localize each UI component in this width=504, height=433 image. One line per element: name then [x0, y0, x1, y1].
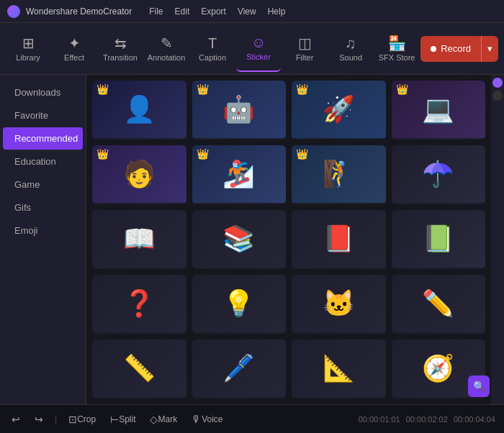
sidebar-item-favorite[interactable]: Favorite [3, 104, 83, 127]
timestamp-2: 00:00:02:02 [406, 415, 448, 424]
sticker-item-metaverse7[interactable]: 👑🚀Metaverse Illustrations 7 [292, 81, 386, 140]
right-panel-btn-purple[interactable] [492, 78, 503, 88]
record-main-button[interactable]: Record [420, 36, 481, 62]
sticker-item-pen[interactable]: 🖊️Pen container [192, 339, 287, 398]
sticker-item-tape[interactable]: 📏Tape measure [92, 339, 186, 398]
undo-icon: ↩ [12, 414, 20, 425]
crown-icon: 👑 [396, 83, 408, 95]
menu-export[interactable]: Export [201, 6, 226, 17]
sticker-item-metaverse5[interactable]: 👑🧗Metaverse Illustrations 5 [292, 145, 386, 204]
menu-file[interactable]: File [149, 6, 163, 17]
sticker-emoji: 💻 [422, 96, 454, 122]
sticker-emoji: 📏 [123, 355, 156, 381]
crown-icon: 👑 [96, 148, 109, 160]
tool-sound[interactable]: ♫ Sound [328, 26, 373, 72]
sticker-emoji: 🤖 [222, 96, 255, 122]
sticker-item-land[interactable]: ☂️Land [392, 145, 486, 204]
redo-button[interactable]: ↪ [32, 411, 46, 428]
annotation-icon: ✎ [161, 36, 173, 50]
voice-button[interactable]: 🎙 Voice [189, 411, 225, 428]
title-bar: Wondershare DemoCreator File Edit Export… [0, 0, 504, 23]
sticker-label: Metaverse Illustrations 6 [92, 138, 186, 140]
sticker-item-metaverse4[interactable]: 👑💻Metaverse Illustrations 4 [392, 81, 486, 140]
split-icon: ⊢ [110, 414, 119, 425]
crop-button[interactable]: ⊡ Crop [66, 411, 99, 428]
timeline-bar: ↩ ↪ | ⊡ Crop ⊢ Split ◇ Mark 🎙 Voice 00:0… [0, 404, 504, 433]
sticker-emoji: 🧗 [323, 161, 355, 187]
sticker-label: Metaverse Illustrations 3 [192, 138, 287, 140]
sticker-label: Book 3 [192, 268, 287, 269]
tool-library[interactable]: ⊞ Library [6, 26, 50, 72]
tool-transition[interactable]: ⇆ Transition [98, 26, 143, 72]
sticker-label: Land [392, 203, 486, 204]
sticker-item-metaverse3[interactable]: 👑🤖Metaverse Illustrations 3 [192, 81, 287, 140]
sticker-emoji: 🧑 [123, 161, 156, 187]
crown-icon: 👑 [296, 83, 308, 95]
record-caret-button[interactable]: ▾ [481, 36, 498, 62]
tool-sfx[interactable]: 🏪 SFX Store [374, 26, 419, 72]
crown-icon: 👑 [296, 148, 308, 160]
sticker-label: Compasses [392, 397, 486, 398]
tool-annotation-label: Annotation [148, 53, 186, 62]
sticker-item-pencil[interactable]: ✏️Pencil sharpener [392, 275, 486, 334]
sticker-emoji: ✏️ [422, 291, 454, 316]
undo-button[interactable]: ↩ [9, 411, 23, 428]
sticker-item-puppy[interactable]: 🐱Puppy [292, 275, 386, 334]
sticker-item-book3[interactable]: 📚Book 3 [192, 210, 287, 269]
mark-label: Mark [158, 414, 177, 424]
sticker-item-metaverse6[interactable]: 👑👤Metaverse Illustrations 6 [92, 81, 186, 140]
sticker-item-doubt[interactable]: ❓Doubt [92, 275, 186, 334]
redo-icon: ↪ [35, 414, 43, 425]
sticker-item-bulb[interactable]: 💡Bulb [192, 275, 287, 334]
sticker-item-metaverse2[interactable]: 👑🧑Metaverse Illustrations 2 [92, 145, 186, 204]
sticker-label: Puppy [292, 332, 386, 334]
sticker-icon: ☺ [251, 35, 266, 50]
sfx-icon: 🏪 [388, 36, 406, 50]
sticker-emoji: 💡 [222, 291, 255, 316]
tool-annotation[interactable]: ✎ Annotation [144, 26, 189, 72]
sticker-item-book1[interactable]: 📗Book 1 [392, 210, 486, 269]
search-button[interactable]: 🔍 [468, 375, 490, 397]
mark-button[interactable]: ◇ Mark [147, 411, 180, 428]
menu-bar: File Edit Export View Help [149, 6, 285, 17]
caption-icon: T [208, 36, 217, 50]
sticker-emoji: 📗 [422, 226, 454, 252]
transition-icon: ⇆ [114, 36, 127, 50]
sticker-emoji: 🐱 [323, 291, 355, 316]
record-dot-icon [431, 46, 436, 52]
tool-filter-label: Filter [296, 53, 313, 62]
tool-sticker[interactable]: ☺ Sticker [236, 26, 281, 72]
sidebar-item-recommended[interactable]: Recommended [3, 127, 83, 150]
sticker-label: Book 4 [92, 268, 186, 269]
sidebar-item-game[interactable]: Game [3, 173, 83, 196]
sidebar-item-emoji[interactable]: Emoji [3, 219, 83, 242]
crop-icon: ⊡ [68, 414, 77, 425]
sticker-item-book2[interactable]: 📕Book 2 [292, 210, 386, 269]
sidebar-item-gifs[interactable]: Gifs [3, 196, 83, 219]
sidebar-item-downloads[interactable]: Downloads [3, 81, 83, 104]
sticker-emoji: 📖 [123, 226, 156, 252]
sticker-item-book4[interactable]: 📖Book 4 [92, 210, 186, 269]
menu-help[interactable]: Help [268, 6, 286, 17]
voice-label: Voice [202, 414, 222, 424]
tool-filter[interactable]: ◫ Filter [282, 26, 327, 72]
sticker-label: Metaverse Illustrations 5 [292, 203, 386, 204]
sticker-label: Pencil sharpener [392, 332, 486, 334]
sticker-label: Book 2 [292, 268, 386, 269]
sticker-emoji: ☂️ [422, 161, 454, 187]
sticker-emoji: 🧭 [422, 355, 454, 381]
voice-icon: 🎙 [192, 414, 202, 425]
split-label: Split [119, 414, 135, 424]
sticker-item-metaverse1[interactable]: 👑🏂Metaverse Illustrations 1 [192, 145, 287, 204]
sticker-item-ruler[interactable]: 📐Ruler [292, 339, 386, 398]
menu-edit[interactable]: Edit [175, 6, 190, 17]
sticker-emoji: 📕 [323, 226, 355, 252]
right-panel-btn-grey[interactable] [492, 91, 503, 101]
sidebar-item-education[interactable]: Education [3, 150, 83, 173]
menu-view[interactable]: View [238, 6, 256, 17]
split-button[interactable]: ⊢ Split [107, 411, 138, 428]
tool-effect[interactable]: ✦ Effect [52, 26, 96, 72]
tool-caption[interactable]: T Caption [190, 26, 235, 72]
sticker-label: Book 1 [392, 268, 486, 269]
sticker-emoji: 🖊️ [222, 355, 255, 381]
